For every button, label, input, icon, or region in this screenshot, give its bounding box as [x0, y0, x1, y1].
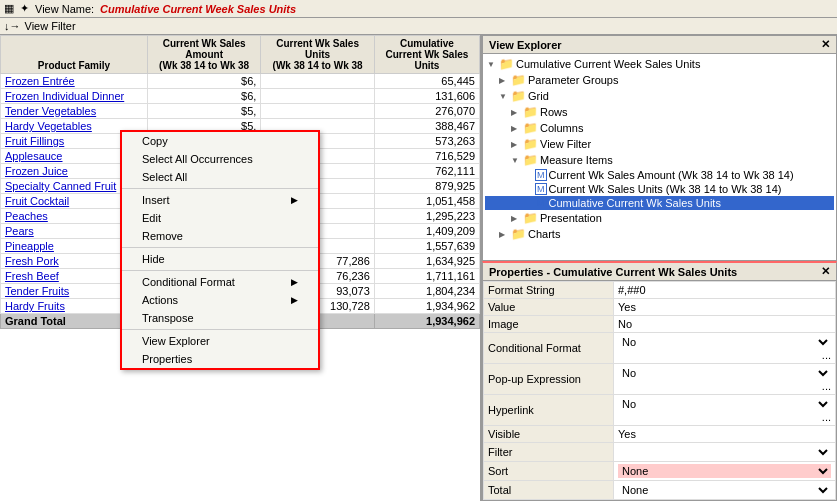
view-explorer-header: View Explorer ✕ [483, 36, 836, 54]
tree-item-measure-items[interactable]: ▼ 📁 Measure Items [485, 152, 834, 168]
cumulative-cell: 65,445 [374, 74, 479, 89]
view-explorer-title: View Explorer [489, 39, 562, 51]
folder-icon: 📁 [523, 153, 538, 167]
tree-arrow: ▶ [499, 76, 509, 85]
pin-icon: ✦ [20, 2, 29, 15]
tree-item-cumulative-current-wk-sales-un[interactable]: M Cumulative Current Wk Sales Units [485, 196, 834, 210]
menu-item-select-all-occurrences[interactable]: Select All Occurrences [122, 150, 318, 168]
menu-item-hide[interactable]: Hide [122, 250, 318, 268]
property-row: Sort None [484, 462, 836, 481]
dots-button[interactable]: ... [822, 411, 831, 423]
menu-item-edit[interactable]: Edit [122, 209, 318, 227]
cumulative-cell: 131,606 [374, 89, 479, 104]
tree-arrow: ▶ [511, 140, 521, 149]
menu-item-label: Remove [142, 230, 183, 242]
tree-item-current-wk-sales-units-(wk-38-[interactable]: M Current Wk Sales Units (Wk 38 14 to Wk… [485, 182, 834, 196]
col-header-product: Product Family [1, 36, 148, 74]
property-row: Total None [484, 481, 836, 500]
menu-item-properties[interactable]: Properties [122, 350, 318, 368]
tree-item-cumulative-current-week-sales-[interactable]: ▼ 📁 Cumulative Current Week Sales Units [485, 56, 834, 72]
folder-icon: 📁 [511, 227, 526, 241]
property-row: Image No [484, 316, 836, 333]
product-name[interactable]: Tender Vegetables [1, 104, 148, 119]
menu-item-conditional-format[interactable]: Conditional Format▶ [122, 273, 318, 291]
property-row: Conditional Format No... [484, 333, 836, 364]
col-header-cumulative: CumulativeCurrent Wk SalesUnits [374, 36, 479, 74]
property-value-cell: Yes [614, 426, 836, 443]
tree-item-columns[interactable]: ▶ 📁 Columns [485, 120, 834, 136]
cumulative-cell: 1,409,209 [374, 224, 479, 239]
tree-label: Cumulative Current Week Sales Units [516, 58, 700, 70]
tree-item-grid[interactable]: ▼ 📁 Grid [485, 88, 834, 104]
menu-item-label: Insert [142, 194, 170, 206]
property-select[interactable]: None [618, 464, 831, 478]
tree-arrow: ▶ [499, 230, 509, 239]
menu-item-copy[interactable]: Copy [122, 132, 318, 150]
menu-separator [122, 270, 318, 271]
cumulative-cell: 879,925 [374, 179, 479, 194]
properties-table: Format String #,##0 Value Yes Image No C… [483, 281, 836, 500]
menu-separator [122, 247, 318, 248]
menu-item-select-all[interactable]: Select All [122, 168, 318, 186]
view-name-label: View Name: [35, 3, 94, 15]
tree-label: Parameter Groups [528, 74, 618, 86]
property-select[interactable]: No [618, 366, 831, 380]
property-select[interactable] [618, 445, 831, 459]
property-label: Pop-up Expression [484, 364, 614, 395]
cumulative-cell: 1,051,458 [374, 194, 479, 209]
right-panel: View Explorer ✕ ▼ 📁 Cumulative Current W… [482, 35, 837, 501]
view-filter-button[interactable]: View Filter [25, 20, 76, 32]
menu-item-label: Edit [142, 212, 161, 224]
property-value-cell: No... [614, 395, 836, 426]
tree-label: Rows [540, 106, 568, 118]
properties-title: Properties - Cumulative Current Wk Sales… [489, 266, 737, 278]
tree-item-view-filter[interactable]: ▶ 📁 View Filter [485, 136, 834, 152]
menu-separator [122, 329, 318, 330]
menu-item-insert[interactable]: Insert▶ [122, 191, 318, 209]
product-name[interactable]: Frozen Individual Dinner [1, 89, 148, 104]
measure-icon: M [535, 183, 547, 195]
data-grid: Product Family Current Wk SalesAmount(Wk… [0, 35, 482, 501]
menu-item-label: Select All [142, 171, 187, 183]
product-name[interactable]: Frozen Entrée [1, 74, 148, 89]
property-select[interactable]: None [618, 483, 831, 497]
menu-item-label: Hide [142, 253, 165, 265]
tree-item-presentation[interactable]: ▶ 📁 Presentation [485, 210, 834, 226]
tree-item-rows[interactable]: ▶ 📁 Rows [485, 104, 834, 120]
menu-item-remove[interactable]: Remove [122, 227, 318, 245]
property-value-cell: No... [614, 333, 836, 364]
properties-close[interactable]: ✕ [821, 265, 830, 278]
property-label: Sort [484, 462, 614, 481]
property-value: No [618, 318, 632, 330]
menu-item-actions[interactable]: Actions▶ [122, 291, 318, 309]
tree-label: Current Wk Sales Amount (Wk 38 14 to Wk … [549, 169, 794, 181]
property-select[interactable]: No [618, 397, 831, 411]
property-value-cell: #,##0 [614, 282, 836, 299]
menu-item-label: Select All Occurrences [142, 153, 253, 165]
tree-item-charts[interactable]: ▶ 📁 Charts [485, 226, 834, 242]
table-row: Tender Vegetables $5, 276,070 [1, 104, 480, 119]
dots-button[interactable]: ... [822, 380, 831, 392]
property-value-cell: No [614, 316, 836, 333]
tree-item-parameter-groups[interactable]: ▶ 📁 Parameter Groups [485, 72, 834, 88]
tree-item-current-wk-sales-amount-(wk-38[interactable]: M Current Wk Sales Amount (Wk 38 14 to W… [485, 168, 834, 182]
dots-button[interactable]: ... [822, 349, 831, 361]
folder-icon: 📁 [523, 137, 538, 151]
property-row: Value Yes [484, 299, 836, 316]
cumulative-cell: 762,111 [374, 164, 479, 179]
property-label: Hyperlink [484, 395, 614, 426]
tree-label: Grid [528, 90, 549, 102]
cumulative-cell: 1,295,223 [374, 209, 479, 224]
grid-icon: ▦ [4, 2, 14, 15]
tree-arrow: ▼ [511, 156, 521, 165]
property-label: Total [484, 481, 614, 500]
cumulative-cell: 1,934,962 [374, 299, 479, 314]
amount-cell: $5, [147, 104, 260, 119]
property-row: Format String #,##0 [484, 282, 836, 299]
toolbar-row1: ▦ ✦ View Name: Cumulative Current Week S… [0, 0, 837, 18]
menu-item-view-explorer[interactable]: View Explorer [122, 332, 318, 350]
menu-item-label: View Explorer [142, 335, 210, 347]
menu-item-transpose[interactable]: Transpose [122, 309, 318, 327]
property-select[interactable]: No [618, 335, 831, 349]
view-explorer-close[interactable]: ✕ [821, 38, 830, 51]
